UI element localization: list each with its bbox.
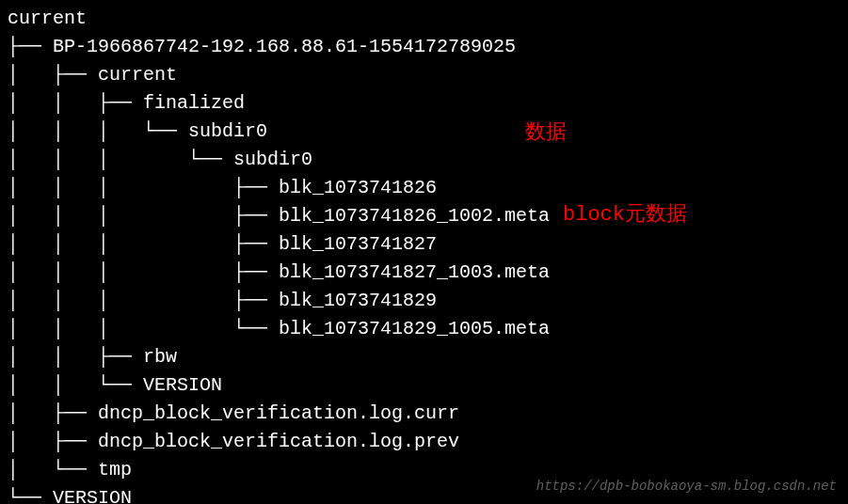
tree-line-blk-1073741829: │ │ │ ├── blk_1073741829 (8, 287, 840, 315)
tree-line-rbw: │ │ ├── rbw (8, 343, 840, 371)
tree-line-dncp-curr: │ ├── dncp_block_verification.log.curr (8, 400, 840, 428)
tree-line-bp-dir: ├── BP-1966867742-192.168.88.61-15541727… (8, 33, 840, 61)
watermark-url: https://dpb-bobokaoya-sm.blog.csdn.net (536, 477, 837, 496)
annotation-data: 数据 (525, 118, 567, 149)
tree-line-finalized: │ │ ├── finalized (8, 89, 840, 118)
tree-line-root: current (8, 5, 840, 33)
annotation-block-metadata: block元数据 (563, 199, 687, 230)
tree-line-blk-1073741829-meta: │ │ │ └── blk_1073741829_1005.meta (8, 315, 840, 343)
tree-line-blk-1073741827: │ │ │ ├── blk_1073741827 (8, 230, 840, 259)
tree-line-blk-1073741826: │ │ │ ├── blk_1073741826 (8, 174, 840, 202)
tree-line-dncp-prev: │ ├── dncp_block_verification.log.prev (8, 428, 840, 456)
tree-line-blk-1073741827-meta: │ │ │ ├── blk_1073741827_1003.meta (8, 259, 840, 287)
tree-output: current ├── BP-1966867742-192.168.88.61-… (8, 5, 840, 504)
tree-line-subdir0-2: │ │ │ └── subdir0 (8, 146, 840, 174)
tree-line-version-inner: │ │ └── VERSION (8, 371, 840, 400)
tree-line-subdir0-1: │ │ │ └── subdir0 (8, 118, 840, 146)
tree-line-blk-1073741826-meta: │ │ │ ├── blk_1073741826_1002.meta (8, 202, 840, 230)
tree-line-current: │ ├── current (8, 61, 840, 89)
